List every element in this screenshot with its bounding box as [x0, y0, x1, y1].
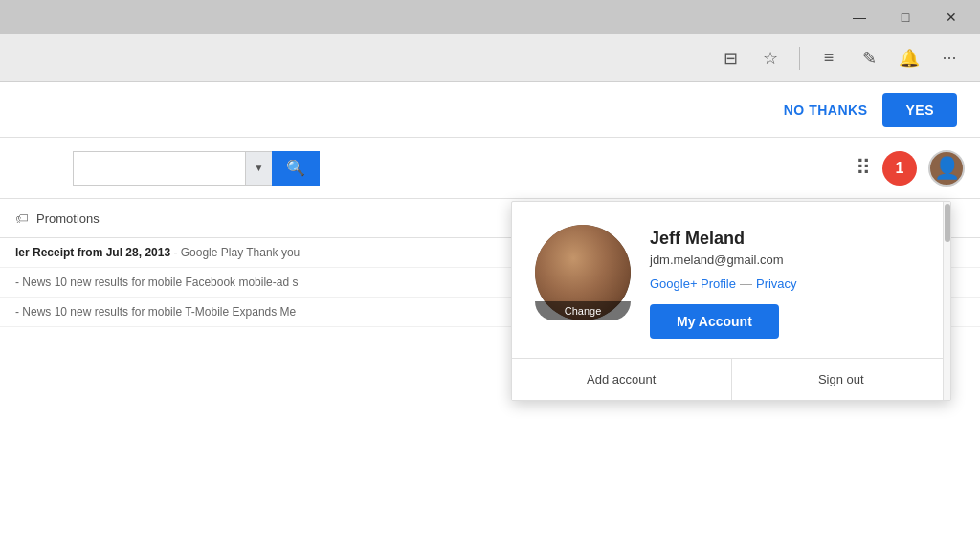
- minimize-button[interactable]: —: [838, 3, 880, 32]
- apps-grid-icon[interactable]: ⠿: [856, 156, 871, 181]
- yes-button[interactable]: YES: [882, 93, 957, 127]
- browser-toolbar: ⊟ ☆ ≡ ✎ 🔔 ···: [0, 34, 980, 82]
- promotions-label: Promotions: [36, 211, 100, 226]
- account-popup-inner: Change Jeff Meland jdm.meland@gmail.com …: [512, 202, 950, 339]
- link-dash: —: [740, 276, 752, 291]
- avatar-icon: 👤: [934, 156, 960, 181]
- account-info: Jeff Meland jdm.meland@gmail.com Google+…: [650, 225, 927, 339]
- toolbar-divider: [799, 47, 800, 70]
- email-snippet: - News 10 new results for mobile T-Mobil…: [15, 305, 296, 319]
- search-dropdown-button[interactable]: ▼: [245, 151, 272, 186]
- sign-out-button[interactable]: Sign out: [732, 359, 951, 400]
- titlebar: — □ ✕: [0, 0, 980, 34]
- google-plus-link[interactable]: Google+ Profile: [650, 276, 736, 291]
- more-options-icon[interactable]: ···: [934, 43, 965, 74]
- scrollbar-thumb: [945, 204, 950, 242]
- notification-bar: NO THANKS YES: [0, 82, 980, 138]
- search-icon: 🔍: [286, 159, 305, 177]
- popup-scrollbar[interactable]: [943, 202, 950, 400]
- notification-count: 1: [896, 160, 904, 177]
- email-snippet: - Google Play Thank you: [173, 246, 300, 259]
- notifications-icon[interactable]: 🔔: [894, 43, 924, 74]
- my-account-button[interactable]: My Account: [650, 304, 779, 339]
- account-popup: Change Jeff Meland jdm.meland@gmail.com …: [511, 201, 951, 401]
- account-avatar-wrap: Change: [535, 225, 631, 320]
- user-avatar-button[interactable]: 👤: [928, 150, 965, 187]
- search-button[interactable]: 🔍: [272, 151, 320, 186]
- email-snippet: - News 10 new results for mobile Faceboo…: [15, 276, 298, 289]
- account-popup-footer: Add account Sign out: [512, 358, 950, 400]
- reading-view-icon[interactable]: ⊟: [715, 43, 746, 74]
- account-email: jdm.meland@gmail.com: [650, 253, 927, 267]
- edit-icon[interactable]: ✎: [854, 43, 884, 74]
- privacy-link[interactable]: Privacy: [756, 276, 797, 291]
- account-name: Jeff Meland: [650, 229, 927, 249]
- account-links: Google+ Profile — Privacy: [650, 276, 927, 291]
- favorites-icon[interactable]: ☆: [755, 43, 786, 74]
- notification-badge[interactable]: 1: [882, 151, 917, 186]
- search-input[interactable]: [73, 151, 245, 186]
- close-button[interactable]: ✕: [930, 3, 972, 32]
- menu-icon[interactable]: ≡: [813, 43, 844, 74]
- tag-icon: 🏷: [15, 210, 29, 226]
- header-right: ⠿ 1 👤: [856, 150, 965, 187]
- search-wrapper: ▼ 🔍: [73, 151, 320, 186]
- gmail-header: ▼ 🔍 ⠿ 1 👤: [0, 138, 980, 199]
- add-account-button[interactable]: Add account: [512, 359, 732, 400]
- maximize-button[interactable]: □: [884, 3, 926, 32]
- no-thanks-button[interactable]: NO THANKS: [784, 102, 868, 118]
- email-subject: ler Receipt from Jul 28, 2013: [15, 246, 170, 259]
- change-photo-label[interactable]: Change: [535, 301, 631, 320]
